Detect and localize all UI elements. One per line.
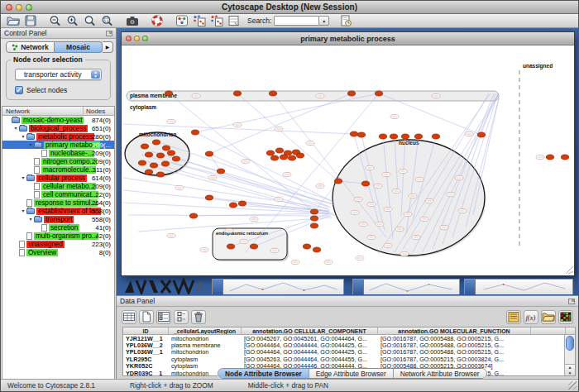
column-header[interactable]: ID [123, 327, 169, 334]
network-node[interactable] [334, 179, 342, 184]
search-input[interactable] [274, 16, 318, 26]
open-file-icon[interactable] [4, 15, 22, 27]
expand-arrow-icon[interactable]: ▾ [27, 215, 34, 223]
network-node[interactable] [296, 153, 304, 158]
tree-item[interactable]: ▾biological_process651(0) [2, 124, 114, 132]
network-node[interactable] [310, 216, 318, 221]
zoom-in-icon[interactable] [64, 15, 81, 27]
network-node[interactable] [347, 91, 355, 96]
network-node[interactable] [310, 209, 318, 214]
network-node[interactable] [275, 148, 283, 153]
tree-item[interactable]: ▾cellular process614(0) [2, 174, 114, 182]
tree-item[interactable]: macromolecule...311(0) [2, 165, 114, 174]
network-node[interactable] [401, 134, 409, 139]
vizmapper-icon[interactable] [173, 15, 190, 27]
network-node[interactable] [145, 170, 152, 174]
import-annotation-icon[interactable] [208, 15, 225, 27]
select-nodes-checkbox[interactable]: ✓ [15, 86, 23, 94]
background-window[interactable] [212, 279, 344, 294]
close-button[interactable] [6, 4, 12, 11]
help-icon[interactable] [148, 15, 165, 27]
save-session-file-icon[interactable] [337, 15, 354, 27]
network-node[interactable] [561, 155, 568, 160]
network-node[interactable] [141, 144, 148, 149]
network-node[interactable] [379, 134, 386, 139]
tree-item[interactable]: nucleobase-...209(0) [2, 149, 114, 157]
open-attribute-file-icon[interactable] [541, 310, 556, 324]
expand-arrow-icon[interactable]: ▾ [20, 207, 26, 215]
tree-item[interactable]: mosaic-demo-yeast874(0) [2, 116, 114, 124]
network-node[interactable] [303, 244, 310, 249]
tab-network-attribute-browser[interactable]: Network Attribute Browser [394, 369, 486, 378]
save-session-icon[interactable] [22, 15, 39, 27]
attribute-grid-icon[interactable] [122, 310, 136, 324]
table-scrollbar[interactable]: ▲▼ [564, 335, 575, 375]
tree-item[interactable]: ▾metabolic process280(0) [2, 132, 114, 141]
network-node[interactable] [172, 156, 179, 161]
background-window[interactable] [464, 279, 573, 294]
expand-arrow-icon[interactable]: ▾ [20, 132, 26, 141]
tab-mosaic[interactable]: Mosaic [55, 41, 103, 53]
zoom-icon[interactable] [142, 36, 148, 41]
resize-grip[interactable] [568, 381, 577, 390]
tree-column-nodes[interactable]: Nodes [84, 108, 114, 115]
expand-arrow-icon[interactable]: ▾ [12, 124, 19, 132]
network-node[interactable] [270, 155, 278, 160]
tree-item[interactable]: unassigned223(0) [2, 240, 114, 248]
float-panel-icon[interactable] [106, 31, 112, 36]
network-node[interactable] [165, 91, 172, 96]
node-color-dropdown[interactable]: transporter activity ▲▼ [15, 69, 102, 80]
network-node[interactable] [390, 134, 397, 139]
network-node[interactable] [375, 91, 382, 96]
tree-item[interactable]: Overview8(0) [2, 248, 114, 256]
tab-node-attribute-browser[interactable]: Node Attribute Browser [218, 369, 309, 378]
close-icon[interactable] [126, 36, 132, 41]
canvas-resize-grip[interactable] [566, 266, 573, 274]
minimize-button[interactable] [16, 4, 22, 11]
zoom-fit-icon[interactable] [81, 15, 98, 27]
scrollbar-arrows[interactable]: ▲▼ [565, 364, 575, 375]
network-node[interactable] [313, 247, 320, 252]
network-node[interactable] [266, 151, 274, 155]
snapshot-icon[interactable] [123, 15, 141, 27]
network-node[interactable] [233, 91, 241, 96]
tree-item[interactable]: ▾primary metabo...209(... [2, 141, 114, 149]
network-canvas[interactable]: plasma membranecytoplasmmitochondrionnuc… [122, 45, 574, 275]
network-node[interactable] [145, 152, 152, 157]
attribute-list-icon[interactable] [506, 310, 521, 324]
matrix-icon[interactable] [558, 310, 573, 324]
network-node[interactable] [414, 134, 422, 139]
select-attributes-icon[interactable] [156, 310, 171, 324]
network-node[interactable] [189, 213, 197, 218]
network-node[interactable] [138, 160, 146, 165]
network-node[interactable] [477, 132, 485, 137]
tree-item[interactable]: nitrogen compo...209(0) [2, 157, 114, 165]
network-node[interactable] [229, 203, 237, 208]
background-window[interactable] [352, 279, 460, 294]
search-dropdown-button[interactable]: ▾ [318, 16, 329, 26]
network-node[interactable] [432, 134, 439, 139]
network-node[interactable] [310, 223, 318, 228]
network-node[interactable] [357, 132, 365, 137]
network-window-titlebar[interactable]: primary metabolic process [122, 32, 574, 45]
network-node[interactable] [191, 130, 199, 135]
expand-arrow-icon[interactable]: ▾ [20, 174, 26, 182]
network-node[interactable] [205, 195, 213, 200]
tree-item[interactable]: ▾transport558(0) [2, 215, 114, 223]
network-node[interactable] [167, 151, 175, 155]
tab-edge-attribute-browser[interactable]: Edge Attribute Browser [309, 369, 394, 378]
network-node[interactable] [280, 155, 287, 160]
import-network-icon[interactable] [190, 15, 208, 27]
network-node[interactable] [161, 161, 169, 166]
tree-item[interactable]: secretion41(0) [2, 223, 114, 232]
network-node[interactable] [152, 140, 160, 145]
minimize-icon[interactable] [134, 36, 140, 41]
network-node[interactable] [150, 163, 157, 168]
column-header[interactable]: _cellularLayoutRegion [169, 327, 242, 334]
zoom-selected-icon[interactable] [98, 15, 116, 27]
network-node[interactable] [238, 201, 246, 206]
formula-icon[interactable]: f(x) [524, 310, 538, 324]
tree-column-network[interactable]: Network [2, 107, 84, 115]
network-node[interactable] [250, 244, 257, 249]
expand-arrow-icon[interactable]: ▾ [27, 141, 34, 149]
